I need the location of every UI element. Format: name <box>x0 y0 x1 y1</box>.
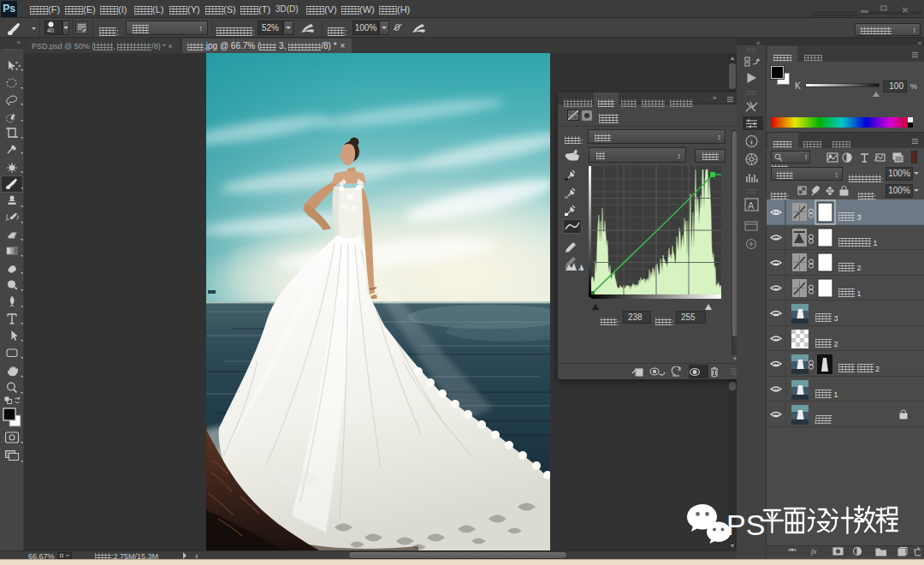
svg-text:fx: fx <box>811 547 817 556</box>
svg-text:!: ! <box>579 265 581 271</box>
svg-text:A: A <box>748 200 755 211</box>
svg-text:PS: PS <box>726 508 765 541</box>
